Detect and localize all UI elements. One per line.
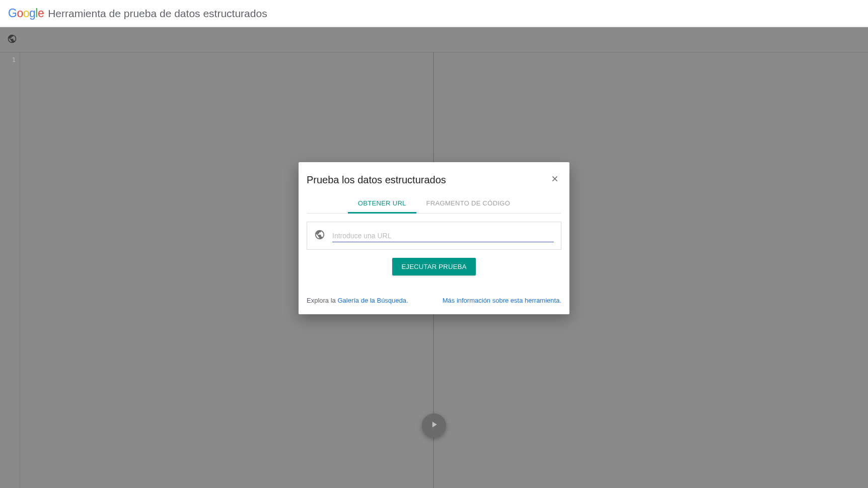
dialog-footer: Explora la Galería de la Búsqueda. Más i… bbox=[299, 288, 569, 314]
dialog-title: Prueba los datos estructurados bbox=[307, 174, 446, 186]
explore-text: Explora la Galería de la Búsqueda. bbox=[307, 297, 408, 304]
test-dialog: Prueba los datos estructurados OBTENER U… bbox=[299, 162, 569, 314]
run-test-button[interactable]: EJECUTAR PRUEBA bbox=[392, 258, 475, 275]
tab-code-snippet[interactable]: FRAGMENTO DE CÓDIGO bbox=[416, 194, 521, 213]
google-logo: Google bbox=[8, 7, 44, 20]
dialog-tabs: OBTENER URL FRAGMENTO DE CÓDIGO bbox=[307, 194, 561, 214]
url-input-container bbox=[307, 222, 561, 250]
globe-icon bbox=[314, 229, 325, 242]
tab-fetch-url[interactable]: OBTENER URL bbox=[348, 194, 416, 213]
page-title: Herramienta de prueba de datos estructur… bbox=[48, 8, 267, 20]
more-info-link[interactable]: Más información sobre esta herramienta. bbox=[443, 297, 561, 304]
search-gallery-link[interactable]: Galería de la Búsqueda. bbox=[337, 297, 408, 304]
close-icon bbox=[550, 176, 559, 185]
modal-overlay: Prueba los datos estructurados OBTENER U… bbox=[0, 27, 868, 488]
close-button[interactable] bbox=[548, 172, 561, 187]
url-input[interactable] bbox=[332, 230, 554, 242]
app-header: Google Herramienta de prueba de datos es… bbox=[0, 0, 868, 27]
